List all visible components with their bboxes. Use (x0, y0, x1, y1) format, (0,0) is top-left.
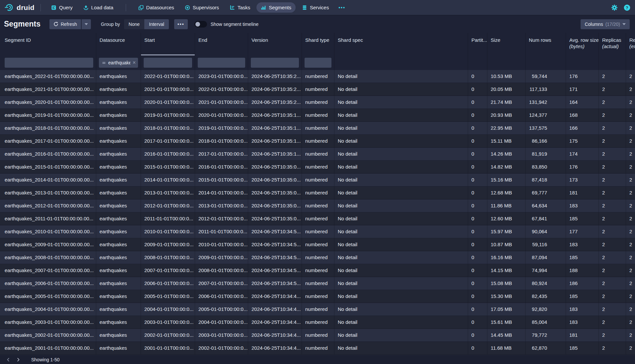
cell-size: 15.16 MB (487, 174, 526, 186)
table-row[interactable]: earthquakes_2015-01-01T00:00:00.00...ear… (0, 161, 635, 174)
cell-size: 15.97 MB (487, 225, 526, 238)
cell-replication-factor: 2 (626, 122, 635, 134)
table-row[interactable]: earthquakes_2004-01-01T00:00:00.00...ear… (0, 303, 635, 316)
cell-datasource: earthquakes (96, 199, 141, 212)
cell-avg-row-size: 185 (566, 342, 599, 354)
filter-input-shard-type[interactable] (305, 58, 331, 68)
filter-input-segment-id[interactable] (5, 58, 93, 68)
cell-shard-type: numbered (302, 303, 334, 316)
table-row[interactable]: earthquakes_2010-01-01T00:00:00.00...ear… (0, 225, 635, 238)
cell-start: 2021-01-01T00:00:0... (141, 83, 195, 96)
table-row[interactable]: earthquakes_2016-01-01T00:00:00.00...ear… (0, 148, 635, 161)
druid-logo-icon (5, 3, 14, 12)
cell-replication-factor: 2 (626, 316, 635, 328)
nav-item-supervisors[interactable]: Supervisors (180, 2, 223, 13)
cell-replication-factor: 2 (626, 290, 635, 303)
filter-tag-value: earthquake (108, 60, 130, 65)
cell-shard-type: numbered (302, 148, 334, 160)
nav-item-load-data[interactable]: Load data (79, 2, 118, 13)
table-row[interactable]: earthquakes_2022-01-01T00:00:00.00...ear… (0, 70, 635, 83)
next-page-button[interactable] (13, 356, 23, 364)
table-row[interactable]: earthquakes_2011-01-01T00:00:00.00...ear… (0, 212, 635, 225)
nav-item-segments[interactable]: Segments (256, 2, 296, 13)
segment-timeline-toggle[interactable] (194, 21, 207, 28)
table-row[interactable]: earthquakes_2009-01-01T00:00:00.00...ear… (0, 238, 635, 251)
column-header-segment-id[interactable]: Segment ID (0, 33, 96, 55)
nav-item-datasources[interactable]: Datasources (134, 2, 178, 13)
chevron-left-icon (6, 357, 11, 362)
chevron-down-icon (622, 23, 626, 25)
cell-partit: 0 (468, 161, 487, 173)
cell-replication-factor: 2 (626, 186, 635, 199)
table-row[interactable]: earthquakes_2008-01-01T00:00:00.00...ear… (0, 251, 635, 264)
table-row[interactable]: earthquakes_2003-01-01T00:00:00.00...ear… (0, 316, 635, 329)
nav-more-button[interactable]: ••• (335, 3, 349, 13)
group-by-none-button[interactable]: None (124, 19, 144, 29)
cell-start: 2007-01-01T00:00:0... (141, 264, 195, 277)
cell-end: 2006-01-01T00:00:0... (195, 290, 248, 303)
column-header-shard-type[interactable]: Shard type (302, 33, 334, 55)
table-row[interactable]: earthquakes_2001-01-01T00:00:00.00...ear… (0, 342, 635, 355)
cell-num-rows: 131,942 (526, 96, 566, 109)
nav-item-query[interactable]: Query (47, 2, 77, 13)
column-header-datasource[interactable]: Datasource (96, 33, 141, 55)
cell-version: 2024-06-25T10:35:0... (248, 212, 302, 225)
cell-end: 2015-01-01T00:00:0... (195, 174, 248, 186)
cell-num-rows: 90,064 (526, 225, 566, 238)
cell-partit: 0 (468, 329, 487, 341)
table-row[interactable]: earthquakes_2020-01-01T00:00:00.00...ear… (0, 96, 635, 109)
column-header-avg-row-size[interactable]: Avg. row size(bytes) (566, 33, 599, 55)
cell-datasource: earthquakes (96, 290, 141, 303)
column-header-num-rows[interactable]: Num rows (526, 33, 566, 55)
filter-tag-remove-icon[interactable]: × (133, 60, 136, 65)
cell-shard-type: numbered (302, 251, 334, 264)
column-header-end[interactable]: End (195, 33, 248, 55)
table-row[interactable]: earthquakes_2012-01-01T00:00:00.00...ear… (0, 199, 635, 212)
column-header-size[interactable]: Size (487, 33, 526, 55)
column-header-sublabel: (expected) (629, 43, 635, 49)
cell-num-rows: 59,116 (526, 238, 566, 251)
table-row[interactable]: earthquakes_2006-01-01T00:00:00.00...ear… (0, 277, 635, 290)
table-row[interactable]: earthquakes_2018-01-01T00:00:00.00...ear… (0, 122, 635, 135)
column-header-label: Avg. row size (569, 37, 599, 43)
filter-cell-shard-type (302, 55, 334, 70)
columns-button[interactable]: Columns (17/20) (581, 19, 630, 29)
refresh-button[interactable]: Refresh (49, 19, 81, 29)
table-row[interactable]: earthquakes_2019-01-01T00:00:00.00...ear… (0, 109, 635, 122)
column-header-replication-factor[interactable]: Replication factor(expected) (626, 33, 635, 55)
toolbar-more-button[interactable]: ••• (174, 19, 188, 29)
cell-version: 2024-06-25T10:34:5... (248, 277, 302, 290)
table-row[interactable]: earthquakes_2007-01-01T00:00:00.00...ear… (0, 264, 635, 277)
table-row[interactable]: earthquakes_2014-01-01T00:00:00.00...ear… (0, 174, 635, 186)
table-row[interactable]: earthquakes_2021-01-01T00:00:00.00...ear… (0, 83, 635, 96)
filter-input-end[interactable] (198, 58, 245, 68)
group-by-interval-button[interactable]: Interval (144, 19, 169, 29)
nav-item-services[interactable]: Services (298, 2, 333, 13)
table-row[interactable]: earthquakes_2005-01-01T00:00:00.00...ear… (0, 290, 635, 303)
refresh-options-button[interactable] (82, 19, 91, 29)
cell-shard-type: numbered (302, 316, 334, 328)
table-row[interactable]: earthquakes_2017-01-01T00:00:00.00...ear… (0, 135, 635, 148)
cell-datasource: earthquakes (96, 174, 141, 186)
help-button[interactable]: ? (624, 4, 630, 11)
cell-shard-type: numbered (302, 277, 334, 290)
prev-page-button[interactable] (3, 356, 13, 364)
cell-num-rows: 92,820 (526, 303, 566, 316)
table-row[interactable]: earthquakes_2002-01-01T00:00:00.00...ear… (0, 329, 635, 342)
filter-input-start[interactable] (144, 58, 192, 68)
settings-gear-button[interactable] (611, 4, 618, 11)
column-header-partit[interactable]: Partit... (468, 33, 487, 55)
cell-num-rows: 86,166 (526, 135, 566, 147)
column-header-replicas[interactable]: Replicas(actual) (599, 33, 626, 55)
column-header-shard-spec[interactable]: Shard spec (334, 33, 468, 55)
table-row[interactable]: earthquakes_2013-01-01T00:00:00.00...ear… (0, 186, 635, 199)
column-header-start[interactable]: Start (141, 33, 195, 55)
column-header-version[interactable]: Version (248, 33, 302, 55)
filter-input-version[interactable] (251, 58, 299, 68)
cell-replication-factor: 2 (626, 148, 635, 160)
cell-end: 2009-01-01T00:00:0... (195, 251, 248, 264)
more-dots-icon: ••• (177, 22, 184, 27)
nav-item-tasks[interactable]: Tasks (225, 2, 254, 13)
datasource-filter-tag[interactable]: earthquake× (99, 58, 138, 68)
druid-brand[interactable]: druid (5, 3, 35, 12)
